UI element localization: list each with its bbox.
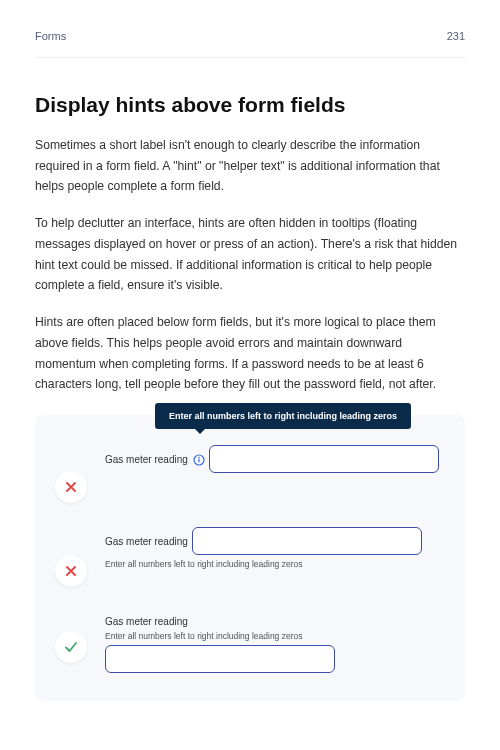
helper-text-above: Enter all numbers left to right includin… — [105, 631, 445, 641]
tooltip: Enter all numbers left to right includin… — [155, 403, 411, 429]
page-header: Forms 231 — [35, 30, 465, 58]
correct-badge — [55, 631, 87, 663]
wrong-badge — [55, 555, 87, 587]
gas-meter-input[interactable] — [192, 527, 422, 555]
wrong-badge — [55, 471, 87, 503]
svg-rect-2 — [198, 459, 199, 462]
section-label: Forms — [35, 30, 66, 42]
gas-meter-input[interactable] — [105, 645, 335, 673]
check-icon — [63, 639, 79, 655]
tooltip-text: Enter all numbers left to right includin… — [169, 411, 397, 421]
paragraph-3: Hints are often placed below form fields… — [35, 312, 465, 395]
example-hint-in-tooltip: Enter all numbers left to right includin… — [55, 435, 445, 503]
svg-point-1 — [198, 456, 200, 458]
example-hint-above: Gas meter reading Enter all numbers left… — [55, 611, 445, 673]
example-hint-below: Gas meter reading Enter all numbers left… — [55, 527, 445, 587]
field-label: Gas meter reading — [105, 616, 188, 627]
paragraph-1: Sometimes a short label isn't enough to … — [35, 135, 465, 197]
example-panel: Enter all numbers left to right includin… — [35, 415, 465, 701]
field-label: Gas meter reading — [105, 454, 205, 466]
page-title: Display hints above form fields — [35, 93, 465, 117]
helper-text-below: Enter all numbers left to right includin… — [105, 559, 445, 569]
paragraph-2: To help declutter an interface, hints ar… — [35, 213, 465, 296]
info-icon[interactable] — [193, 454, 205, 466]
cross-icon — [64, 564, 78, 578]
gas-meter-input[interactable] — [209, 445, 439, 473]
field-label: Gas meter reading — [105, 536, 188, 547]
cross-icon — [64, 480, 78, 494]
page-number: 231 — [447, 30, 465, 42]
